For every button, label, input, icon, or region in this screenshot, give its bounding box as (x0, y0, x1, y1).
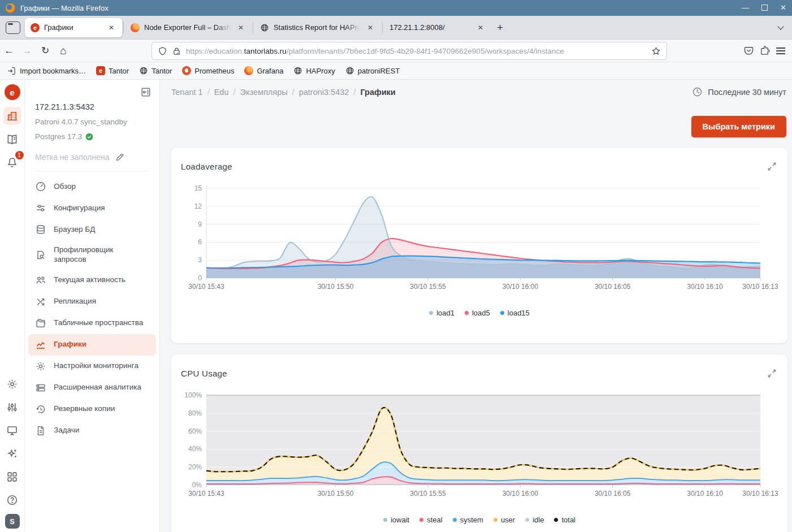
sidebar-item-overview[interactable]: Обзор (28, 176, 156, 197)
breadcrumb-link[interactable]: Tenant 1 (171, 88, 203, 97)
users-icon (35, 275, 46, 286)
close-tab-icon[interactable]: ✕ (106, 23, 116, 33)
tantor-favicon-icon: e (31, 23, 40, 32)
building-icon (6, 110, 18, 122)
svg-text:30/10 15:43: 30/10 15:43 (188, 490, 224, 498)
legend-label: steal (427, 516, 442, 524)
rail-item-instances[interactable] (3, 107, 21, 125)
close-window-button[interactable]: ✕ (780, 0, 786, 16)
globe-icon (293, 66, 302, 75)
list-all-tabs-icon[interactable] (778, 23, 783, 33)
sidebar-item-tablespaces[interactable]: Табличные пространства (28, 313, 156, 334)
breadcrumb-link[interactable]: Edu (214, 88, 229, 97)
legend-item-load1[interactable]: load1 (429, 309, 455, 317)
legend-item-user[interactable]: user (494, 516, 515, 524)
sidebar-item-replication[interactable]: Репликация (28, 291, 156, 313)
close-tab-icon[interactable]: ✕ (365, 23, 375, 33)
bookmark-tantor[interactable]: eTantor (96, 66, 129, 75)
profiler-icon (35, 249, 46, 261)
menu-hamburger-icon[interactable] (776, 47, 785, 54)
rail-item-notifications[interactable]: 1 (3, 153, 21, 171)
legend-dot (500, 311, 504, 315)
collapse-sidebar-icon[interactable] (140, 86, 152, 100)
shield-icon[interactable] (158, 46, 167, 56)
tantor-logo-icon[interactable]: e (5, 84, 20, 100)
edit-pencil-icon (115, 152, 125, 162)
new-tab-button[interactable]: + (491, 21, 509, 34)
back-icon[interactable]: ← (0, 42, 18, 59)
bookmark-import[interactable]: Import bookmarks… (7, 66, 86, 76)
tab-node-exporter[interactable]: Node Exporter Full – Dashb ✕ (125, 18, 252, 37)
sidebar-menu: Обзор Конфигурация Браузер БД Профилиров… (25, 176, 159, 442)
breadcrumb-link[interactable]: patroni3:5432 (299, 88, 349, 97)
reload-icon[interactable]: ↻ (36, 42, 54, 59)
legend-item-load5[interactable]: load5 (465, 309, 490, 317)
gear-icon (6, 378, 18, 390)
loadaverage-legend: load1load5load15 (171, 309, 787, 317)
instance-address: 172.21.1.3:5432 (35, 102, 149, 111)
legend-item-iowait[interactable]: iowait (383, 516, 409, 524)
loadaverage-card: Loadaverage 0369121530/10 15:4330/10 15:… (171, 148, 787, 343)
lock-icon[interactable] (172, 46, 181, 56)
forward-icon[interactable]: → (18, 42, 36, 59)
expand-chart-icon[interactable] (767, 161, 777, 174)
extensions-puzzle-icon[interactable] (760, 45, 771, 56)
instance-label-placeholder[interactable]: Метка не заполнена (35, 152, 149, 162)
tab-patroni-rest[interactable]: 172.21.1.2:8008/ ✕ (384, 18, 491, 37)
sidebar-item-backups[interactable]: Резервные копии (28, 399, 156, 420)
sidebar-item-db-browser[interactable]: Браузер БД (28, 219, 156, 240)
bookmark-haproxy[interactable]: HAProxy (293, 66, 335, 75)
breadcrumb-current: Графики (360, 88, 395, 97)
legend-item-total[interactable]: total (554, 516, 575, 524)
sidebar-item-current-activity[interactable]: Текущая активность (28, 270, 156, 291)
rail-item-apps[interactable] (3, 468, 21, 486)
tab-haproxy-stats[interactable]: Statistics Report for HAPro ✕ (254, 18, 381, 37)
minimize-button[interactable]: — (742, 0, 749, 16)
gauge-icon (35, 181, 46, 192)
svg-text:30/10 16:10: 30/10 16:10 (687, 283, 723, 291)
svg-text:3: 3 (198, 256, 202, 264)
sidebar-item-query-profiler[interactable]: Профилировщик запросов (28, 240, 156, 270)
expand-chart-icon[interactable] (767, 368, 777, 381)
sidebar-item-configuration[interactable]: Конфигурация (28, 197, 156, 219)
rail-item-docs[interactable] (3, 130, 21, 148)
svg-text:30/10 16:13: 30/10 16:13 (742, 490, 778, 498)
rail-item-help[interactable] (3, 491, 21, 509)
gear-icon (35, 361, 46, 372)
firefox-view-icon[interactable] (6, 21, 20, 34)
breadcrumb-link[interactable]: Экземпляры (240, 88, 288, 97)
clock-icon (692, 86, 703, 97)
legend-item-load15[interactable]: load15 (500, 309, 530, 317)
sidebar-item-charts[interactable]: Графики (28, 334, 156, 356)
bookmark-tantor-2[interactable]: Tantor (139, 66, 172, 75)
bookmark-star-icon[interactable] (651, 46, 661, 56)
bookmark-patronirest[interactable]: patroniREST (345, 66, 400, 75)
select-metrics-button[interactable]: Выбрать метрики (691, 116, 786, 137)
cpu-usage-chart: 0%20%40%60%80%100%30/10 15:4330/10 15:50… (180, 386, 778, 502)
rail-item-settings[interactable] (3, 375, 21, 393)
rail-item-preferences[interactable] (3, 398, 21, 416)
legend-item-steal[interactable]: steal (419, 516, 442, 524)
tantor-icon: e (96, 66, 105, 75)
tab-label: Statistics Report for HAPro (274, 23, 361, 32)
close-tab-icon[interactable]: ✕ (475, 23, 486, 33)
pocket-icon[interactable] (743, 45, 754, 56)
legend-item-system[interactable]: system (453, 516, 483, 524)
time-range-selector[interactable]: Последние 30 минут (692, 86, 786, 97)
sidebar-item-advanced-analytics[interactable]: Расширенная аналитика (28, 377, 156, 399)
maximize-button[interactable] (761, 5, 768, 11)
home-icon[interactable]: ⌂ (54, 42, 72, 59)
rail-item-assistant[interactable] (3, 444, 21, 462)
tab-grafiki[interactable]: e Графики ✕ (25, 18, 122, 37)
bookmark-prometheus[interactable]: Prometheus (182, 66, 234, 75)
sidebar-item-tasks[interactable]: Задачи (28, 420, 156, 442)
bookmark-grafana[interactable]: Grafana (244, 66, 283, 75)
sidebar-item-monitoring-settings[interactable]: Настройки мониторинга (28, 356, 156, 377)
legend-item-idle[interactable]: idle (525, 516, 544, 524)
svg-text:30/10 15:50: 30/10 15:50 (318, 490, 354, 498)
svg-text:0%: 0% (192, 481, 202, 489)
address-bar[interactable]: https://education.tantorlabs.ru/platform… (152, 42, 667, 60)
user-avatar[interactable]: S (5, 514, 20, 529)
close-tab-icon[interactable]: ✕ (236, 23, 246, 33)
rail-item-monitor[interactable] (3, 421, 21, 439)
